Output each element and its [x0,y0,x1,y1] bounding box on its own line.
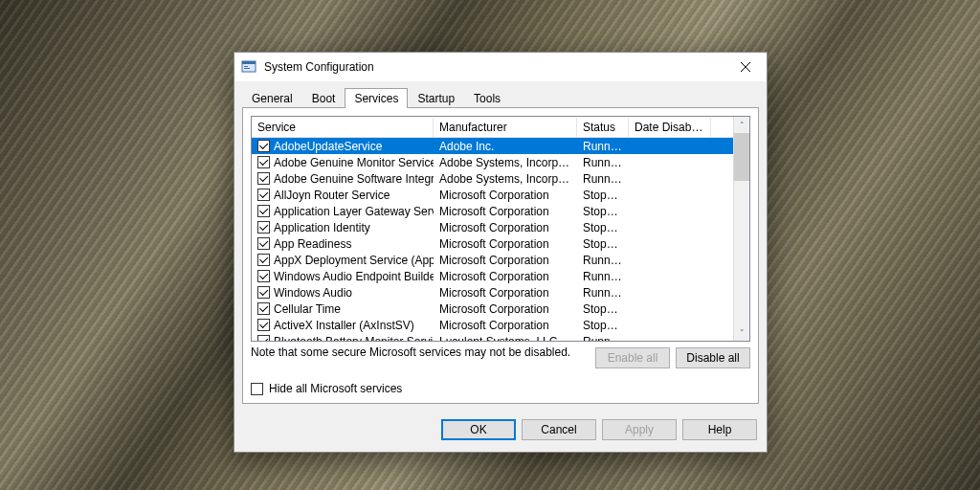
tab-strip: GeneralBootServicesStartupTools [234,81,767,107]
service-name: App Readiness [274,237,351,251]
col-manufacturer[interactable]: Manufacturer [434,118,577,137]
service-checkbox[interactable] [257,319,270,331]
service-status: Stopped [577,319,629,332]
service-manufacturer: Microsoft Corporation [434,254,577,267]
service-manufacturer: Microsoft Corporation [434,205,577,218]
service-checkbox[interactable] [257,254,270,266]
service-checkbox[interactable] [257,302,270,315]
service-name: AllJoyn Router Service [274,189,390,202]
apply-button[interactable]: Apply [602,419,677,440]
table-row[interactable]: ActiveX Installer (AxInstSV)Microsoft Co… [252,317,733,333]
service-manufacturer: Adobe Inc. [434,140,577,153]
service-manufacturer: Microsoft Corporation [434,189,577,202]
col-service[interactable]: Service [252,118,434,137]
service-checkbox[interactable] [257,270,270,282]
service-name: Application Layer Gateway Service [274,205,434,218]
table-row[interactable]: App ReadinessMicrosoft CorporationStoppe… [252,235,733,252]
service-checkbox[interactable] [257,221,270,234]
table-row[interactable]: Application IdentityMicrosoft Corporatio… [252,219,733,235]
service-manufacturer: Adobe Systems, Incorpora... [434,156,577,169]
service-status: Running [577,172,629,186]
service-name: ActiveX Installer (AxInstSV) [274,319,414,332]
app-icon [241,59,256,75]
service-name: Application Identity [274,221,370,234]
service-status: Stopped [577,189,629,202]
service-checkbox[interactable] [257,156,270,168]
listview-header[interactable]: Service Manufacturer Status Date Disable… [252,117,733,138]
service-checkbox[interactable] [257,172,270,185]
service-manufacturer: Microsoft Corporation [434,302,577,316]
scroll-up-icon[interactable]: ˄ [734,117,749,133]
table-row[interactable]: Cellular TimeMicrosoft CorporationStoppe… [252,301,733,317]
table-row[interactable]: Bluetooth Battery Monitor ServiceLuculen… [252,333,733,341]
table-row[interactable]: Windows AudioMicrosoft CorporationRunnin… [252,284,733,301]
service-name: Adobe Genuine Monitor Service [274,156,434,169]
ok-button[interactable]: OK [441,419,516,440]
service-status: Stopped [577,205,629,218]
service-name: Windows Audio [274,286,352,300]
titlebar[interactable]: System Configuration [234,53,767,81]
service-status: Stopped [577,221,629,234]
scroll-thumb[interactable] [734,133,749,181]
scroll-down-icon[interactable]: ˅ [734,324,749,341]
tab-startup[interactable]: Startup [408,88,464,108]
services-listview[interactable]: Service Manufacturer Status Date Disable… [251,116,750,342]
system-configuration-dialog: System Configuration GeneralBootServices… [234,52,768,453]
service-status: Running [577,156,629,169]
service-name: Bluetooth Battery Monitor Service [274,335,434,342]
table-row[interactable]: Application Layer Gateway ServiceMicroso… [252,203,733,219]
tab-services[interactable]: Services [345,88,408,108]
tab-boot[interactable]: Boot [302,88,345,108]
cancel-button[interactable]: Cancel [522,419,596,440]
service-name: AppX Deployment Service (App... [274,254,434,267]
service-status: Running [577,335,629,342]
table-row[interactable]: AllJoyn Router ServiceMicrosoft Corporat… [252,187,733,203]
table-row[interactable]: Adobe Genuine Software Integri...Adobe S… [252,170,733,187]
service-status: Stopped [577,237,629,251]
service-manufacturer: Microsoft Corporation [434,237,577,251]
svg-rect-3 [244,68,250,69]
service-manufacturer: Luculent Systems, LLC [434,335,577,342]
col-date-disabled[interactable]: Date Disabled [629,118,711,137]
service-status: Running [577,286,629,300]
hide-microsoft-checkbox[interactable] [251,383,263,395]
service-checkbox[interactable] [257,140,270,152]
service-checkbox[interactable] [257,237,270,250]
close-button[interactable] [724,53,767,81]
service-status: Running [577,270,629,283]
service-manufacturer: Microsoft Corporation [434,221,577,234]
service-checkbox[interactable] [257,205,270,217]
service-checkbox[interactable] [257,335,270,341]
service-name: Adobe Genuine Software Integri... [274,172,434,186]
svg-rect-1 [242,61,256,64]
help-button[interactable]: Help [682,419,757,440]
table-row[interactable]: Adobe Genuine Monitor ServiceAdobe Syste… [252,154,733,170]
table-row[interactable]: AppX Deployment Service (App...Microsoft… [252,252,733,268]
service-manufacturer: Adobe Systems, Incorpora... [434,172,577,186]
tab-tools[interactable]: Tools [464,88,510,108]
service-manufacturer: Microsoft Corporation [434,270,577,283]
vertical-scrollbar[interactable]: ˄ ˅ [733,117,749,341]
tab-general[interactable]: General [242,88,302,108]
service-status: Running [577,140,629,153]
service-checkbox[interactable] [257,189,270,201]
service-name: AdobeUpdateService [274,140,382,153]
col-status[interactable]: Status [577,118,629,137]
listview-body: AdobeUpdateServiceAdobe Inc.RunningAdobe… [252,138,733,341]
table-row[interactable]: Windows Audio Endpoint BuilderMicrosoft … [252,268,733,284]
disable-all-button[interactable]: Disable all [676,347,750,368]
service-status: Running [577,254,629,267]
table-row[interactable]: AdobeUpdateServiceAdobe Inc.Running [252,138,733,154]
enable-all-button[interactable]: Enable all [595,347,670,368]
service-name: Windows Audio Endpoint Builder [274,270,434,283]
hide-microsoft-label: Hide all Microsoft services [269,382,402,395]
service-manufacturer: Microsoft Corporation [434,319,577,332]
service-status: Stopped [577,302,629,316]
close-icon [741,62,750,72]
dialog-button-row: OK Cancel Apply Help [234,412,767,452]
window-title: System Configuration [264,60,724,74]
service-manufacturer: Microsoft Corporation [434,286,577,300]
service-name: Cellular Time [274,302,341,316]
svg-rect-2 [244,66,248,67]
service-checkbox[interactable] [257,286,270,299]
